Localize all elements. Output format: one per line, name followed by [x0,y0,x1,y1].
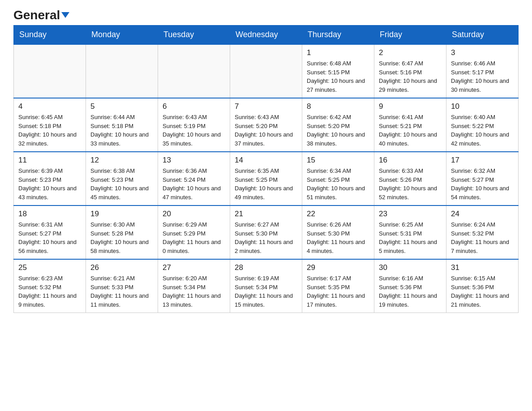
day-number: 20 [163,210,225,218]
calendar-cell [158,44,230,98]
day-number: 11 [18,156,81,165]
calendar-cell: 7Sunrise: 6:43 AMSunset: 5:20 PMDaylight… [230,98,302,152]
calendar-cell: 18Sunrise: 6:31 AMSunset: 5:27 PMDayligh… [14,206,86,259]
day-number: 23 [379,210,442,218]
day-info: Sunrise: 6:38 AMSunset: 5:23 PMDaylight:… [90,167,153,201]
calendar-cell: 24Sunrise: 6:24 AMSunset: 5:32 PMDayligh… [446,206,519,259]
day-info: Sunrise: 6:31 AMSunset: 5:27 PMDaylight:… [18,220,81,255]
calendar-cell: 21Sunrise: 6:27 AMSunset: 5:30 PMDayligh… [230,206,302,259]
day-number: 31 [451,263,514,272]
day-info: Sunrise: 6:46 AMSunset: 5:17 PMDaylight:… [451,59,514,94]
calendar-week-row: 18Sunrise: 6:31 AMSunset: 5:27 PMDayligh… [14,206,519,259]
calendar-cell: 15Sunrise: 6:34 AMSunset: 5:25 PMDayligh… [302,152,374,206]
day-of-week-header: Saturday [446,26,519,45]
day-info: Sunrise: 6:27 AMSunset: 5:30 PMDaylight:… [235,220,297,255]
day-info: Sunrise: 6:48 AMSunset: 5:15 PMDaylight:… [307,59,369,94]
day-of-week-header: Sunday [14,26,86,45]
day-info: Sunrise: 6:41 AMSunset: 5:21 PMDaylight:… [379,113,442,148]
day-number: 18 [18,210,81,218]
calendar-cell: 6Sunrise: 6:43 AMSunset: 5:19 PMDaylight… [158,98,230,152]
calendar-cell: 11Sunrise: 6:39 AMSunset: 5:23 PMDayligh… [14,152,86,206]
day-info: Sunrise: 6:30 AMSunset: 5:28 PMDaylight:… [90,220,153,255]
calendar-cell: 31Sunrise: 6:15 AMSunset: 5:36 PMDayligh… [446,259,519,313]
day-number: 30 [379,263,442,272]
logo: General [13,9,69,21]
day-of-week-header: Tuesday [158,26,230,45]
day-info: Sunrise: 6:44 AMSunset: 5:18 PMDaylight:… [90,113,153,148]
day-number: 12 [90,156,153,165]
day-number: 17 [451,156,514,165]
calendar-week-row: 25Sunrise: 6:23 AMSunset: 5:32 PMDayligh… [14,259,519,313]
day-of-week-header: Thursday [302,26,374,45]
day-number: 3 [451,48,514,57]
calendar-week-row: 4Sunrise: 6:45 AMSunset: 5:18 PMDaylight… [14,98,519,152]
calendar-cell: 4Sunrise: 6:45 AMSunset: 5:18 PMDaylight… [14,98,86,152]
day-number: 4 [18,102,81,111]
day-info: Sunrise: 6:40 AMSunset: 5:22 PMDaylight:… [451,113,514,148]
day-info: Sunrise: 6:32 AMSunset: 5:27 PMDaylight:… [451,167,514,201]
day-info: Sunrise: 6:16 AMSunset: 5:36 PMDaylight:… [379,274,442,309]
calendar-cell: 30Sunrise: 6:16 AMSunset: 5:36 PMDayligh… [374,259,446,313]
day-number: 16 [379,156,442,165]
calendar-table: SundayMondayTuesdayWednesdayThursdayFrid… [13,25,519,313]
calendar-week-row: 11Sunrise: 6:39 AMSunset: 5:23 PMDayligh… [14,152,519,206]
day-number: 28 [235,263,297,272]
day-info: Sunrise: 6:47 AMSunset: 5:16 PMDaylight:… [379,59,442,94]
day-info: Sunrise: 6:20 AMSunset: 5:34 PMDaylight:… [163,274,225,309]
day-info: Sunrise: 6:35 AMSunset: 5:25 PMDaylight:… [235,167,297,201]
calendar-cell: 14Sunrise: 6:35 AMSunset: 5:25 PMDayligh… [230,152,302,206]
day-number: 5 [90,102,153,111]
calendar-cell [14,44,86,98]
calendar-cell: 10Sunrise: 6:40 AMSunset: 5:22 PMDayligh… [446,98,519,152]
day-number: 14 [235,156,297,165]
day-number: 7 [235,102,297,111]
day-of-week-header: Friday [374,26,446,45]
day-of-week-header: Wednesday [230,26,302,45]
day-info: Sunrise: 6:17 AMSunset: 5:35 PMDaylight:… [307,274,369,309]
day-of-week-header: Monday [86,26,158,45]
day-info: Sunrise: 6:33 AMSunset: 5:26 PMDaylight:… [379,167,442,201]
calendar-cell: 25Sunrise: 6:23 AMSunset: 5:32 PMDayligh… [14,259,86,313]
calendar-cell: 9Sunrise: 6:41 AMSunset: 5:21 PMDaylight… [374,98,446,152]
day-info: Sunrise: 6:19 AMSunset: 5:34 PMDaylight:… [235,274,297,309]
calendar-cell: 16Sunrise: 6:33 AMSunset: 5:26 PMDayligh… [374,152,446,206]
day-info: Sunrise: 6:43 AMSunset: 5:20 PMDaylight:… [235,113,297,148]
calendar-cell [86,44,158,98]
day-number: 19 [90,210,153,218]
day-info: Sunrise: 6:26 AMSunset: 5:30 PMDaylight:… [307,220,369,255]
calendar-cell: 1Sunrise: 6:48 AMSunset: 5:15 PMDaylight… [302,44,374,98]
calendar-cell [230,44,302,98]
day-info: Sunrise: 6:23 AMSunset: 5:32 PMDaylight:… [18,274,81,309]
calendar-cell: 19Sunrise: 6:30 AMSunset: 5:28 PMDayligh… [86,206,158,259]
day-info: Sunrise: 6:21 AMSunset: 5:33 PMDaylight:… [90,274,153,309]
day-number: 22 [307,210,369,218]
day-number: 2 [379,48,442,57]
day-info: Sunrise: 6:36 AMSunset: 5:24 PMDaylight:… [163,167,225,201]
day-number: 29 [307,263,369,272]
calendar-cell: 27Sunrise: 6:20 AMSunset: 5:34 PMDayligh… [158,259,230,313]
calendar-cell: 28Sunrise: 6:19 AMSunset: 5:34 PMDayligh… [230,259,302,313]
day-number: 24 [451,210,514,218]
day-info: Sunrise: 6:25 AMSunset: 5:31 PMDaylight:… [379,220,442,255]
day-number: 27 [163,263,225,272]
day-info: Sunrise: 6:43 AMSunset: 5:19 PMDaylight:… [163,113,225,148]
calendar-cell: 22Sunrise: 6:26 AMSunset: 5:30 PMDayligh… [302,206,374,259]
calendar-cell: 8Sunrise: 6:42 AMSunset: 5:20 PMDaylight… [302,98,374,152]
calendar-cell: 5Sunrise: 6:44 AMSunset: 5:18 PMDaylight… [86,98,158,152]
calendar-cell: 17Sunrise: 6:32 AMSunset: 5:27 PMDayligh… [446,152,519,206]
day-number: 15 [307,156,369,165]
day-number: 6 [163,102,225,111]
day-info: Sunrise: 6:42 AMSunset: 5:20 PMDaylight:… [307,113,369,148]
day-number: 10 [451,102,514,111]
day-number: 21 [235,210,297,218]
calendar-header-row: SundayMondayTuesdayWednesdayThursdayFrid… [14,26,519,45]
calendar-cell: 29Sunrise: 6:17 AMSunset: 5:35 PMDayligh… [302,259,374,313]
day-info: Sunrise: 6:24 AMSunset: 5:32 PMDaylight:… [451,220,514,255]
calendar-cell: 20Sunrise: 6:29 AMSunset: 5:29 PMDayligh… [158,206,230,259]
calendar-cell: 3Sunrise: 6:46 AMSunset: 5:17 PMDaylight… [446,44,519,98]
calendar-cell: 2Sunrise: 6:47 AMSunset: 5:16 PMDaylight… [374,44,446,98]
day-number: 26 [90,263,153,272]
day-number: 9 [379,102,442,111]
calendar-cell: 26Sunrise: 6:21 AMSunset: 5:33 PMDayligh… [86,259,158,313]
page-header: General [13,9,519,21]
